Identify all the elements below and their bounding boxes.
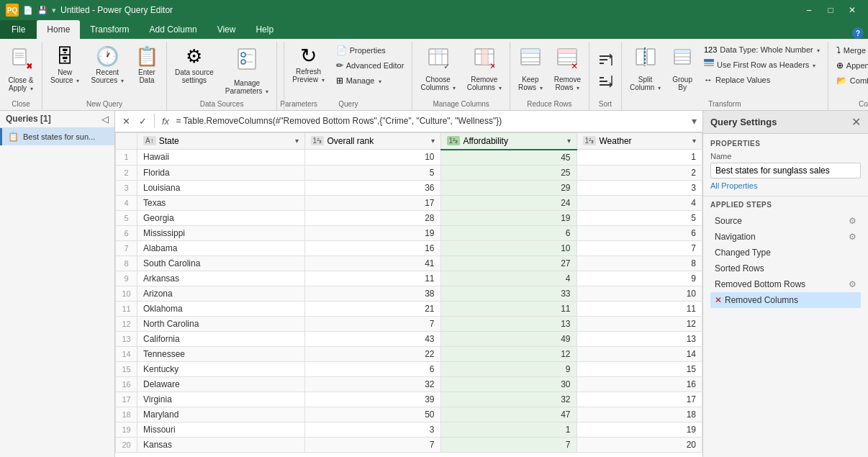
table-row[interactable]: 18 Maryland 50 47 18 [116,407,702,422]
query-item[interactable]: 📋 Best states for sun... [0,128,114,145]
col-header-state[interactable]: A↑ State ▾ [137,132,305,150]
row-number: 17 [116,392,137,407]
affordability-cell: 10 [440,240,577,255]
table-row[interactable]: 3 Louisiana 36 29 3 [116,180,702,195]
step-item[interactable]: Sorted Rows [710,261,861,276]
replace-values-button[interactable]: ↔ Replace Values [699,73,825,87]
query-settings-close-button[interactable]: ✕ [851,115,861,129]
table-row[interactable]: 11 Oklahoma 21 11 11 [116,301,702,316]
affordability-cell: 11 [440,301,577,316]
remove-rows-button[interactable]: ✕ RemoveRows ▾ [549,43,586,94]
step-item[interactable]: Changed Type [710,245,861,261]
table-row[interactable]: 2 Florida 5 25 2 [116,165,702,180]
append-queries-button[interactable]: ⊕ Append Queries ▾ [831,58,868,73]
data-source-settings-button[interactable]: ⚙ Data sourcesettings [170,43,219,87]
sort-descending-button[interactable] [592,72,618,91]
merge-queries-button[interactable]: ⤵ Merge Queries ▾ [831,43,868,58]
table-row[interactable]: 7 Alabama 16 10 7 [116,240,702,255]
affordability-filter-icon[interactable]: ▾ [567,137,571,145]
new-source-button[interactable]: 🗄 NewSource ▾ [45,43,84,87]
choose-columns-label: ChooseColumns ▾ [420,76,455,91]
table-row[interactable]: 13 California 43 49 13 [116,331,702,346]
step-item[interactable]: Source⚙ [710,213,861,229]
split-column-button[interactable]: SplitColumn ▾ [625,43,666,94]
table-row[interactable]: 10 Arizona 38 33 10 [116,286,702,301]
overall-rank-cell: 7 [304,316,440,331]
col-header-weather[interactable]: 1²₃ Weather ▾ [577,132,702,150]
table-row[interactable]: 15 Kentucky 6 9 15 [116,361,702,376]
table-row[interactable]: 8 South Carolina 41 27 8 [116,255,702,271]
table-row[interactable]: 14 Tennessee 22 12 14 [116,346,702,361]
formula-expand-button[interactable]: ▾ [689,114,700,128]
formula-input[interactable] [173,116,689,126]
sort-ascending-button[interactable] [592,50,618,69]
table-row[interactable]: 6 Mississippi 19 6 6 [116,225,702,240]
manage-button[interactable]: ⊞ Manage ▾ [331,73,410,88]
close-group-label: Close [3,98,39,110]
step-item[interactable]: ✕Removed Columns [710,292,861,308]
table-row[interactable]: 16 Delaware 32 30 16 [116,376,702,392]
manage-parameters-button[interactable]: ManageParameters ▾ [220,43,273,98]
refresh-preview-button[interactable]: ↻ RefreshPreview ▾ [287,43,329,86]
manage-icon: ⊞ [336,76,343,86]
formula-confirm-button[interactable]: ✓ [135,114,151,129]
affordability-cell: 33 [440,286,577,301]
new-query-group-label: New Query [45,98,163,110]
tab-home[interactable]: Home [37,20,80,39]
table-row[interactable]: 12 North Carolina 7 13 12 [116,316,702,331]
tab-file[interactable]: File [0,20,37,39]
table-row[interactable]: 20 Kansas 7 7 20 [116,437,702,452]
col-header-affordability[interactable]: 1²₃ Affordability ▾ [440,132,577,150]
state-filter-icon[interactable]: ▾ [295,137,299,145]
state-cell: South Carolina [137,255,305,271]
query-name-input[interactable] [710,163,861,178]
advanced-editor-button[interactable]: ✏ Advanced Editor [331,58,410,73]
table-row[interactable]: 17 Virginia 39 32 17 [116,392,702,407]
table-row[interactable]: 4 Texas 17 24 4 [116,195,702,210]
properties-button[interactable]: 📄 Properties [331,43,410,58]
remove-columns-button[interactable]: ✕ RemoveColumns ▾ [462,43,507,94]
weather-filter-icon[interactable]: ▾ [692,137,696,145]
table-row[interactable]: 19 Missouri 3 1 19 [116,422,702,437]
keep-rows-button[interactable]: KeepRows ▾ [513,43,548,94]
step-item[interactable]: Removed Bottom Rows⚙ [710,276,861,292]
window-close-button[interactable]: ✕ [842,2,862,18]
tab-add-column[interactable]: Add Column [140,20,207,39]
affordability-cell: 1 [440,422,577,437]
ribbon-collapse-icon[interactable]: ▲ [841,28,849,38]
enter-data-button[interactable]: 📋 EnterData [130,43,163,87]
step-gear-icon[interactable]: ⚙ [849,232,856,242]
table-row[interactable]: 1 Hawaii 10 45 1 [116,150,702,166]
affordability-cell: 30 [440,376,577,392]
tab-transform[interactable]: Transform [80,20,139,39]
use-first-row-button[interactable]: Use First Row as Headers ▾ [699,57,825,72]
data-type-button[interactable]: 123 Data Type: Whole Number ▾ [699,43,825,56]
table-row[interactable]: 9 Arkansas 11 4 9 [116,271,702,286]
queries-collapse-icon[interactable]: ◁ [101,114,109,125]
tab-view[interactable]: View [207,20,246,39]
all-properties-link[interactable]: All Properties [710,181,861,190]
tab-help[interactable]: Help [245,20,284,39]
step-item[interactable]: Navigation⚙ [710,229,861,245]
step-gear-icon[interactable]: ⚙ [849,279,856,289]
weather-cell: 20 [577,437,702,452]
overall-rank-cell: 43 [304,331,440,346]
data-table-wrapper[interactable]: A↑ State ▾ 1²₃ Overall rank ▾ [115,132,702,457]
step-gear-icon[interactable]: ⚙ [849,216,856,226]
recent-sources-button[interactable]: 🕐 RecentSources ▾ [86,43,128,87]
affordability-cell: 47 [440,407,577,422]
state-cell: Texas [137,195,305,210]
minimize-button[interactable]: – [799,2,819,18]
maximize-button[interactable]: □ [820,2,841,18]
step-error-icon: ✕ [715,295,722,305]
combine-files-button[interactable]: 📂 Combine Files [831,73,868,88]
overall-rank-filter-icon[interactable]: ▾ [431,137,435,145]
close-apply-button[interactable]: ✖ Close &Apply ▾ [3,43,39,95]
help-icon[interactable]: ? [852,27,864,39]
group-by-button[interactable]: GroupBy [667,43,697,94]
col-header-overall-rank[interactable]: 1²₃ Overall rank ▾ [304,132,440,150]
choose-columns-button[interactable]: ✓ ChooseColumns ▾ [415,43,460,94]
overall-rank-type-icon: 1²₃ [311,136,325,145]
formula-cancel-button[interactable]: ✕ [118,114,135,129]
table-row[interactable]: 5 Georgia 28 19 5 [116,210,702,225]
